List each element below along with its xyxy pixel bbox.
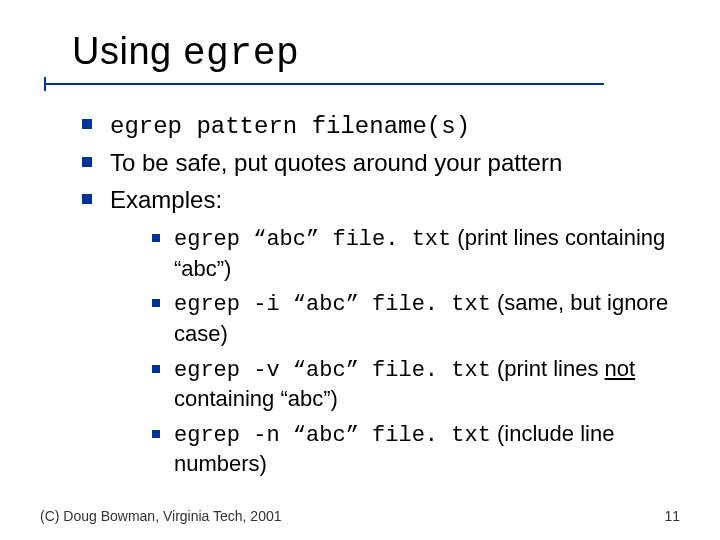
- footer-page-number: 11: [664, 508, 680, 524]
- title-underline: [44, 83, 680, 85]
- example-invert-desc-a: (print lines: [491, 356, 605, 381]
- examples-list: egrep “abc” file. txt (print lines conta…: [110, 224, 680, 479]
- slide-content: Using egrep egrep pattern filename(s) To…: [0, 0, 720, 479]
- title-command: egrep: [183, 32, 300, 75]
- example-invert-cmd: egrep -v “abc” file. txt: [174, 358, 491, 383]
- example-basic: egrep “abc” file. txt (print lines conta…: [152, 224, 680, 283]
- example-basic-cmd: egrep “abc” file. txt: [174, 227, 451, 252]
- example-invert: egrep -v “abc” file. txt (print lines no…: [152, 355, 680, 414]
- slide-title: Using egrep: [72, 30, 680, 75]
- example-invert-desc-b: containing “abc”): [174, 386, 338, 411]
- footer-copyright: (C) Doug Bowman, Virginia Tech, 2001: [40, 508, 282, 524]
- title-prefix: Using: [72, 30, 183, 72]
- usage-text: egrep pattern filename(s): [110, 113, 470, 140]
- example-invert-desc-not: not: [605, 356, 636, 381]
- bullet-examples: Examples: egrep “abc” file. txt (print l…: [82, 184, 680, 479]
- quotes-text: To be safe, put quotes around your patte…: [110, 149, 562, 176]
- underline-rule: [44, 83, 604, 85]
- bullet-quotes: To be safe, put quotes around your patte…: [82, 147, 680, 179]
- example-line-numbers-cmd: egrep -n “abc” file. txt: [174, 423, 491, 448]
- bullet-usage: egrep pattern filename(s): [82, 109, 680, 143]
- slide-footer: (C) Doug Bowman, Virginia Tech, 2001 11: [40, 508, 680, 524]
- example-ignore-case-cmd: egrep -i “abc” file. txt: [174, 292, 491, 317]
- underline-tick: [44, 77, 46, 91]
- example-line-numbers: egrep -n “abc” file. txt (include line n…: [152, 420, 680, 479]
- examples-text: Examples:: [110, 186, 222, 213]
- example-ignore-case: egrep -i “abc” file. txt (same, but igno…: [152, 289, 680, 348]
- main-bullet-list: egrep pattern filename(s) To be safe, pu…: [72, 109, 680, 479]
